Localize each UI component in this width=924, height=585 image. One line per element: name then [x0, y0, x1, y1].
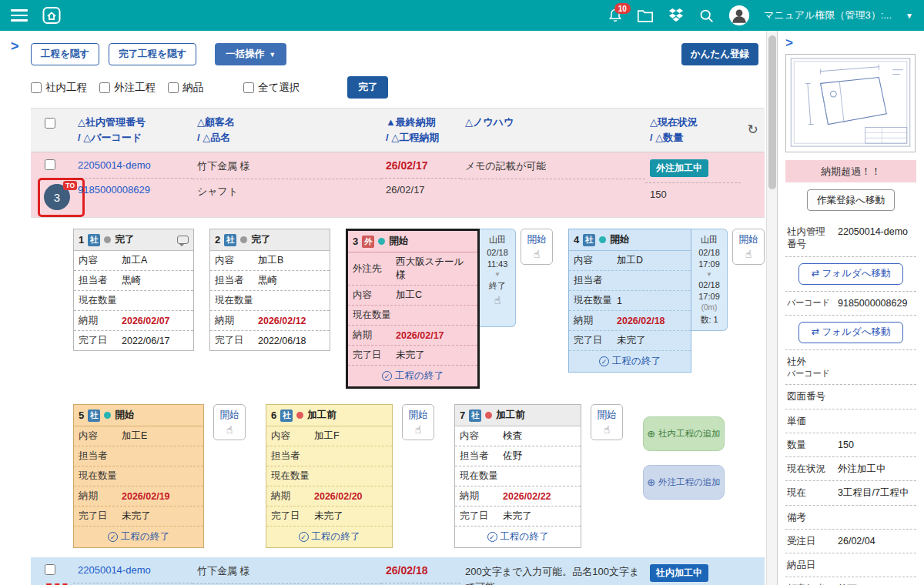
worker-name: 山田	[489, 234, 506, 246]
app-screen: 10 マニュアル権限（管理3）:... ▼ > 工程を隠す 完了工程を隠す	[0, 0, 924, 585]
folder-move-button-2[interactable]: ⇄ フォルダへ移動	[798, 322, 904, 343]
status-dot	[485, 412, 492, 419]
hide-done-process-button[interactable]: 完了工程を隠す	[109, 43, 196, 65]
start-process-button-5[interactable]: 開始 ☝	[213, 404, 246, 440]
delivery-checkbox[interactable]	[168, 82, 179, 93]
select-all[interactable]: 全て選択	[243, 81, 300, 95]
col-header-customer[interactable]: △顧客名/ △品名	[192, 109, 381, 152]
collapse-right-chevron-icon[interactable]: >	[785, 35, 916, 51]
col-header-status[interactable]: △現在状況/ △数量	[645, 109, 741, 152]
end-process-button[interactable]: ✓工程の終了	[348, 366, 477, 386]
internal-chip: 社	[583, 234, 595, 246]
hide-process-button[interactable]: 工程を隠す	[31, 43, 99, 65]
field-value: 加工E	[122, 430, 147, 443]
field-value: 未完了	[314, 510, 343, 523]
complete-button[interactable]: 完了	[347, 76, 388, 99]
field-delivery-date: 納品日	[785, 553, 916, 577]
process-card-7[interactable]: 7 社 加工前 内容検査 担当者佐野 現在数量 納期2026/02/22 完了日…	[454, 404, 581, 548]
easy-register-button[interactable]: かんたん登録	[681, 43, 758, 65]
expand-left-chevron-icon[interactable]: >	[11, 38, 19, 55]
start-process-button-3[interactable]: 開始 ☝	[521, 229, 553, 265]
refresh-icon[interactable]: ↻	[747, 120, 758, 140]
field-external-barcode: 社外バーコード	[785, 350, 916, 386]
order-id-link[interactable]: 22050014-demo	[78, 564, 151, 576]
worker-name: 山田	[701, 234, 718, 246]
end-process-button[interactable]: ✓工程の終了	[266, 526, 392, 547]
process-card-3-selected[interactable]: 3 外 開始 外注先西大阪スチール様 内容加工C 現在数量 納期2026/02/…	[346, 229, 480, 389]
folder-move-button-1[interactable]: ⇄ フォルダへ移動	[798, 263, 904, 285]
final-due-date: 26/02/18	[381, 557, 460, 583]
process-card-4[interactable]: 4 社 開始 内容加工D 担当者 現在数量1 納期2026/02/18 完了日未…	[568, 229, 691, 373]
add-outsource-process-button[interactable]: ⊕ 外注工程の追加	[643, 465, 725, 500]
card-number: 5	[79, 410, 84, 421]
drawing-thumbnail[interactable]	[785, 54, 916, 152]
outsource-chip: 外	[362, 236, 374, 248]
process-card-2[interactable]: 2 社 完了 内容加工B 担当者黒崎 現在数量 納期2026/02/12 完了日…	[209, 229, 330, 351]
end-time: 17:09	[698, 292, 720, 301]
avatar[interactable]	[728, 5, 750, 26]
col-header-due[interactable]: ▲最終納期/ △工程納期	[381, 109, 460, 152]
start-process-button-4[interactable]: 開始 ☝	[732, 229, 765, 265]
header-checkbox[interactable]	[45, 118, 55, 129]
field-mgmt-no: 社内管理番号 22050014-demo	[785, 220, 916, 257]
internal-chip: 社	[224, 234, 236, 246]
dropbox-icon[interactable]	[668, 8, 685, 23]
filter-outsource[interactable]: 外注工程	[99, 81, 156, 95]
col-header-mgmt-no[interactable]: △社内管理番号/ △バーコード	[73, 109, 192, 152]
end-process-button[interactable]: ✓工程の終了	[74, 526, 203, 547]
bulk-action-button[interactable]: 一括操作 ▼	[215, 43, 286, 65]
process-cards-area: 1 社 完了 内容加工A 担当者黒崎 現在数量 納期2026/02/07 完了日…	[31, 218, 765, 557]
end-date: 02/18	[698, 280, 720, 289]
card-number: 7	[460, 410, 465, 421]
filter-delivery[interactable]: 納品	[168, 81, 203, 95]
home-icon[interactable]	[42, 6, 62, 25]
outsource-checkbox[interactable]	[99, 82, 110, 93]
field-label: 納期	[215, 314, 258, 327]
status-dot	[599, 236, 606, 243]
menu-icon[interactable]	[11, 9, 28, 22]
vertical-scrollbar[interactable]	[766, 31, 777, 585]
add-internal-process-button[interactable]: ⊕ 社内工程の追加	[643, 416, 725, 451]
field-customer-rep: 顧客担当 竹下	[785, 577, 916, 585]
account-caret-down-icon[interactable]: ▼	[906, 12, 913, 20]
internal-checkbox[interactable]	[31, 82, 42, 93]
start-process-button-7[interactable]: 開始 ☝	[591, 404, 623, 440]
start-process-button-6[interactable]: 開始 ☝	[402, 404, 434, 440]
row1-checkbox[interactable]	[45, 159, 55, 170]
duration: (0m)	[701, 303, 718, 312]
scrollbar-thumb[interactable]	[768, 35, 776, 189]
process-card-1[interactable]: 1 社 完了 内容加工A 担当者黒崎 現在数量 納期2026/02/07 完了日…	[73, 229, 194, 351]
filter-internal[interactable]: 社内工程	[31, 81, 87, 95]
field-value: 2026/02/18	[617, 316, 665, 326]
field-label: 完了日	[79, 510, 122, 523]
order-row-1[interactable]: 3 TO 22050014-demo 9185000008629 竹下金属 様 …	[31, 152, 765, 218]
hand-cursor-icon[interactable]: ☝	[494, 294, 501, 306]
select-all-checkbox[interactable]	[243, 82, 254, 93]
field-value: 2026/02/22	[503, 491, 551, 502]
row2-checkbox[interactable]	[45, 564, 55, 575]
work-log-panel-3[interactable]: 山田 02/18 11:43 ▼ 終了 ☝	[480, 229, 516, 327]
order-id-link[interactable]: 22050014-demo	[78, 159, 151, 171]
go-work-register-button[interactable]: 作業登録へ移動	[807, 189, 895, 211]
field-barcode: バーコード 9185000008629	[785, 292, 916, 316]
end-process-button[interactable]: ✓工程の終了	[455, 526, 581, 547]
process-card-6[interactable]: 6 社 加工前 内容加工F 担当者 現在数量 納期2026/02/20 完了日未…	[266, 404, 393, 548]
col-header-knowhow[interactable]: △ノウハウ	[460, 109, 645, 152]
folder-icon[interactable]	[637, 8, 654, 23]
process-count-badge[interactable]: 3 TO	[44, 184, 70, 210]
end-process-button[interactable]: ✓工程の終了	[569, 351, 691, 372]
bell-icon[interactable]: 10	[608, 8, 623, 23]
search-icon[interactable]	[698, 8, 715, 24]
field-unit-price: 単価	[785, 410, 916, 433]
order-row-2[interactable]: ⋯ 22050014-demo 9185000008636 竹下金属 様 駆動ギ…	[31, 557, 765, 585]
card-number: 3	[353, 236, 358, 247]
barcode-link[interactable]: 9185000008629	[78, 184, 150, 196]
status-dot	[104, 412, 111, 419]
field-label: 現在数量	[353, 309, 396, 322]
comment-icon[interactable]	[177, 236, 189, 244]
filter-outsource-label: 外注工程	[114, 81, 156, 95]
card-number: 1	[79, 234, 84, 246]
process-card-5[interactable]: 5 社 開始 内容加工E 担当者 現在数量 納期2026/02/19 完了日未完…	[73, 404, 204, 548]
work-log-panel-4[interactable]: 山田 02/18 17:09 ▼ 02/18 17:09 (0m) 数: 1	[691, 229, 728, 331]
field-label: 納期	[574, 314, 617, 327]
